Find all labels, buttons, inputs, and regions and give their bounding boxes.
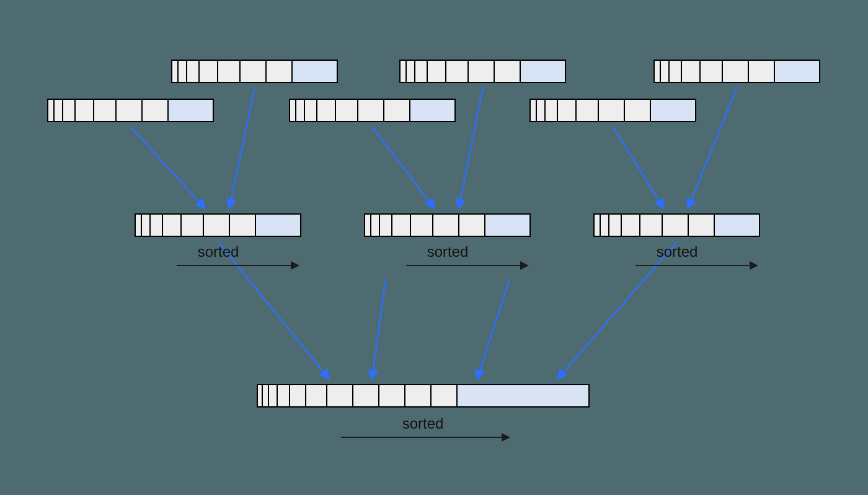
input-array-row1a-1-cell <box>415 60 427 82</box>
final-array-cell <box>277 385 290 407</box>
merge-arrow-stage2-3 <box>558 242 677 378</box>
final-array-cell <box>405 385 431 407</box>
merged-array-row2-1-cell <box>379 214 392 236</box>
input-array-row1a-1-cell <box>520 60 565 82</box>
input-array-row1a-2-cell <box>748 60 774 82</box>
input-array-row1b-1-cell <box>317 99 335 122</box>
merged-array-row2-2 <box>594 214 760 236</box>
input-array-row1b-2-cell <box>545 99 557 122</box>
merged-array-row2-0-cell <box>229 214 255 236</box>
input-array-row1b-0-cell <box>63 99 75 122</box>
merged-array-row2-0-cell <box>150 214 162 236</box>
final-array-cell <box>457 385 589 407</box>
merged-array-row2-1-cell <box>485 214 530 236</box>
final-array-cell <box>290 385 306 407</box>
input-array-row1b-1-cell <box>296 99 304 122</box>
input-array-row1a-2-cell <box>669 60 681 82</box>
input-array-row1b-2-cell <box>536 99 545 122</box>
input-array-row1a-0-cell <box>172 60 178 82</box>
merged-array-row2-2-cell <box>621 214 640 236</box>
sorted-label: sorted <box>427 243 469 260</box>
merged-array-row2-0-cell <box>255 214 301 236</box>
input-array-row1a-0-cell <box>266 60 292 82</box>
merged-array-row2-1-cell <box>392 214 410 236</box>
input-array-row1b-0-cell <box>48 99 54 122</box>
merge-arrow-stage1-4 <box>613 127 663 208</box>
input-array-row1b-2-cell <box>598 99 624 122</box>
merged-array-row2-1-cell <box>371 214 379 236</box>
input-array-row1b-1-cell <box>410 99 455 122</box>
input-array-row1b-0-cell <box>142 99 168 122</box>
input-array-row1a-0-cell <box>240 60 266 82</box>
input-array-row1a-2-cell <box>722 60 748 82</box>
merge-arrow-stage1-0 <box>131 127 205 208</box>
final-array-cell <box>262 385 268 407</box>
merged-array-row2-0-cell <box>203 214 229 236</box>
sorted-label: sorted <box>657 243 698 260</box>
input-array-row1b-1 <box>290 99 455 122</box>
merged-array-row2-2-cell <box>640 214 662 236</box>
merged-array-row2-1-cell <box>365 214 371 236</box>
merge-arrow-stage2-1 <box>372 279 386 378</box>
input-array-row1a-2 <box>654 60 820 82</box>
input-array-row1b-0-cell <box>54 99 63 122</box>
merge-arrow-stage1-2 <box>373 127 434 208</box>
final-array-cell <box>379 385 405 407</box>
merged-array-row2-1 <box>365 214 530 236</box>
input-array-row1b-2 <box>530 99 696 122</box>
merged-array-row2-2-cell <box>600 214 609 236</box>
input-array-row1a-0-cell <box>187 60 199 82</box>
final-array-cell <box>306 385 327 407</box>
final-array-cell <box>268 385 277 407</box>
input-array-row1b-0-cell <box>116 99 142 122</box>
merged-array-row2-0-cell <box>162 214 181 236</box>
input-array-row1b-0-cell <box>168 99 213 122</box>
input-array-row1b-2-cell <box>557 99 576 122</box>
merged-array-row2-1-cell <box>459 214 485 236</box>
input-array-row1a-2-cell <box>660 60 669 82</box>
input-array-row1b-1-cell <box>384 99 410 122</box>
merged-array-row2-0 <box>135 214 301 236</box>
input-array-row1a-1-cell <box>400 60 406 82</box>
input-array-row1a-1-cell <box>406 60 415 82</box>
merged-array-row2-2-cell <box>609 214 621 236</box>
input-array-row1b-2-cell <box>530 99 536 122</box>
input-array-row1a-1-cell <box>427 60 446 82</box>
input-array-row1b-0-cell <box>94 99 116 122</box>
input-array-row1a-2-cell <box>654 60 660 82</box>
merged-array-row2-2-cell <box>594 214 600 236</box>
merged-array-row2-2-cell <box>714 214 760 236</box>
final-array-cell <box>431 385 457 407</box>
merged-array-row2-0-cell <box>135 214 141 236</box>
merge-arrow-stage2-0 <box>218 242 329 378</box>
input-array-row1a-0 <box>172 60 337 82</box>
sorted-label: sorted <box>198 243 239 260</box>
input-array-row1b-0-cell <box>75 99 94 122</box>
sorted-label: sorted <box>402 415 444 432</box>
input-array-row1a-0-cell <box>218 60 240 82</box>
final-array-cell <box>257 385 262 407</box>
input-array-row1a-0-cell <box>292 60 337 82</box>
merged-array-row2-1-cell <box>433 214 459 236</box>
input-array-row1b-1-cell <box>335 99 358 122</box>
input-array-row1b-2-cell <box>624 99 650 122</box>
input-array-row1a-2-cell <box>700 60 722 82</box>
input-array-row1b-2-cell <box>576 99 598 122</box>
input-array-row1a-1-cell <box>494 60 520 82</box>
input-array-row1a-1 <box>400 60 565 82</box>
final-array <box>257 385 589 407</box>
input-array-row1b-1-cell <box>290 99 296 122</box>
input-array-row1a-2-cell <box>774 60 820 82</box>
input-array-row1a-1-cell <box>468 60 494 82</box>
final-array-cell <box>353 385 379 407</box>
merge-arrow-stage1-1 <box>229 87 255 208</box>
input-array-row1a-0-cell <box>199 60 218 82</box>
input-array-row1a-0-cell <box>178 60 187 82</box>
input-array-row1b-0 <box>48 99 213 122</box>
merged-array-row2-0-cell <box>181 214 203 236</box>
merge-arrow-stage2-2 <box>477 279 510 378</box>
merged-array-row2-1-cell <box>410 214 433 236</box>
input-array-row1a-2-cell <box>681 60 700 82</box>
input-array-row1b-1-cell <box>358 99 384 122</box>
merged-array-row2-2-cell <box>662 214 688 236</box>
